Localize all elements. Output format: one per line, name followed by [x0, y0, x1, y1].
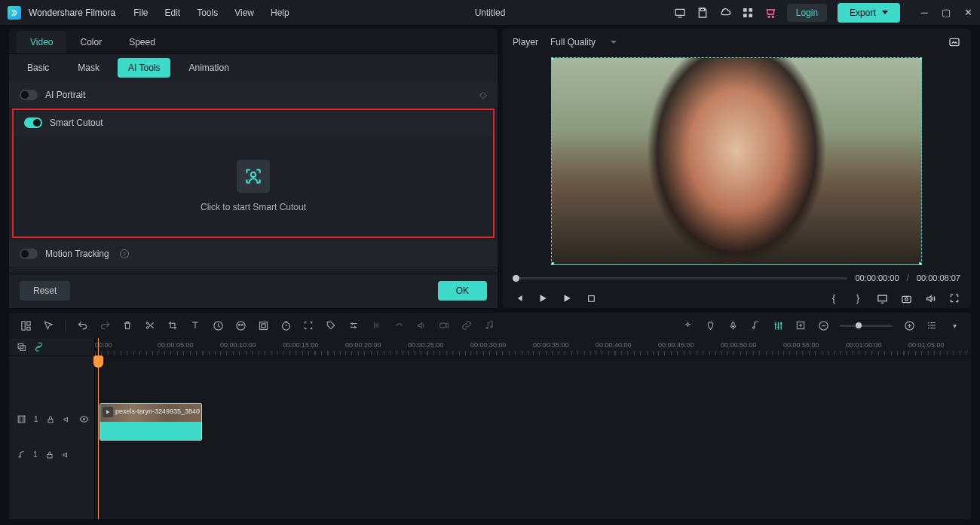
play-icon[interactable] — [537, 292, 549, 304]
device-icon[interactable] — [674, 7, 686, 19]
mixer-icon[interactable] — [772, 319, 784, 331]
preview-viewport[interactable] — [551, 57, 922, 265]
svg-rect-29 — [731, 322, 733, 326]
cursor-icon[interactable] — [42, 319, 54, 331]
lock-icon[interactable] — [46, 415, 55, 424]
resize-handle-br[interactable] — [919, 262, 922, 265]
playhead[interactable] — [98, 338, 99, 519]
menu-file[interactable]: File — [133, 8, 148, 18]
reset-button[interactable]: Reset — [20, 281, 70, 301]
music-icon[interactable] — [749, 319, 761, 331]
timeline-toolbar: ▾ — [9, 313, 971, 338]
snapshot-icon[interactable] — [948, 36, 960, 48]
tab-speed[interactable]: Speed — [115, 31, 169, 53]
keyframe-icon[interactable] — [302, 319, 314, 331]
scrub-handle[interactable] — [513, 275, 519, 282]
frame-icon[interactable] — [795, 319, 807, 331]
voice-icon[interactable] — [415, 319, 427, 331]
tab-color[interactable]: Color — [66, 31, 115, 53]
cart-icon[interactable] — [764, 7, 776, 19]
menu-tools[interactable]: Tools — [197, 8, 218, 18]
mute-icon[interactable] — [63, 415, 72, 424]
timeline-track-headers: 1 1 — [9, 338, 95, 519]
link-icon[interactable] — [461, 319, 473, 331]
ai-portrait-section[interactable]: AI Portrait ◇ — [9, 81, 498, 108]
window-close[interactable]: ✕ — [964, 7, 972, 18]
scrub-bar[interactable] — [513, 277, 847, 279]
menu-more-icon[interactable]: ▾ — [948, 319, 960, 331]
timeline-clip[interactable]: pexels-taryn-3249935_3840 — [100, 403, 202, 441]
ai-portrait-toggle[interactable] — [20, 90, 38, 100]
ai-sparkle-icon[interactable] — [681, 319, 694, 331]
motion-tracking-toggle[interactable] — [20, 249, 38, 259]
menu-help[interactable]: Help — [271, 8, 289, 18]
stop-icon[interactable] — [585, 292, 597, 304]
resize-handle-tl[interactable] — [551, 57, 554, 60]
record-icon[interactable] — [438, 319, 450, 331]
subtab-animation[interactable]: Animation — [178, 58, 239, 78]
zoom-slider[interactable] — [840, 325, 893, 327]
audio-ducking-icon[interactable] — [393, 319, 405, 331]
tag-icon[interactable] — [325, 319, 337, 331]
subtab-ai-tools[interactable]: AI Tools — [118, 58, 170, 78]
copy-icon[interactable] — [17, 342, 26, 352]
screen-icon[interactable] — [876, 292, 888, 304]
save-icon[interactable] — [697, 7, 709, 19]
timer-icon[interactable] — [280, 319, 292, 331]
green-screen-icon[interactable] — [257, 319, 269, 331]
adjust-icon[interactable] — [348, 319, 360, 331]
eye-icon[interactable] — [79, 414, 89, 424]
window-maximize[interactable]: ▢ — [942, 7, 951, 18]
ok-button[interactable]: OK — [438, 281, 487, 301]
window-minimize[interactable]: ─ — [921, 7, 928, 18]
layout-icon[interactable] — [20, 319, 32, 331]
delete-icon[interactable] — [121, 319, 133, 331]
timeline-ruler[interactable]: 00:00 00:00:05:00 00:00:10:00 00:00:15:0… — [95, 338, 971, 356]
crop-icon[interactable] — [167, 319, 179, 331]
speed-icon[interactable] — [212, 319, 224, 331]
color-icon[interactable] — [234, 319, 247, 331]
zoom-in-icon[interactable] — [903, 319, 915, 331]
zoom-out-icon[interactable] — [817, 319, 829, 331]
lock-icon[interactable] — [45, 450, 54, 459]
menu-view[interactable]: View — [234, 8, 254, 18]
prev-frame-icon[interactable] — [513, 292, 525, 304]
subtab-mask[interactable]: Mask — [67, 58, 110, 78]
mute-icon[interactable] — [62, 450, 71, 459]
svg-rect-39 — [930, 325, 935, 325]
resize-handle-tr[interactable] — [919, 57, 922, 60]
login-button[interactable]: Login — [787, 4, 827, 22]
subtab-basic[interactable]: Basic — [17, 58, 60, 78]
smart-cutout-start[interactable]: Click to start Smart Cutout — [14, 136, 493, 237]
list-icon[interactable] — [926, 319, 938, 331]
redo-icon[interactable] — [99, 319, 111, 331]
fullscreen-icon[interactable] — [948, 292, 960, 304]
resize-handle-bl[interactable] — [551, 262, 554, 265]
smart-cutout-section[interactable]: Smart Cutout — [14, 110, 493, 136]
quality-selector[interactable]: Full Quality — [550, 37, 617, 47]
timeline: 1 1 00:00 00:00:05:00 00:00:10:00 00:00:… — [9, 338, 971, 519]
help-icon[interactable]: ? — [120, 249, 129, 258]
next-frame-icon[interactable] — [561, 292, 573, 304]
split-icon[interactable] — [144, 319, 156, 331]
apps-icon[interactable] — [742, 7, 754, 19]
ruler-tick: 00:00:40:00 — [596, 338, 658, 356]
export-button[interactable]: Export — [838, 3, 900, 23]
mark-out-icon[interactable]: } — [852, 292, 864, 304]
cloud-icon[interactable] — [719, 7, 731, 19]
audio-detach-icon[interactable] — [370, 319, 382, 331]
smart-cutout-toggle[interactable] — [24, 118, 42, 128]
tab-video[interactable]: Video — [17, 31, 66, 53]
menu-edit[interactable]: Edit — [165, 8, 181, 18]
motion-tracking-section[interactable]: Motion Tracking ? — [9, 241, 498, 267]
camera-icon[interactable] — [900, 292, 912, 304]
mic-icon[interactable] — [727, 319, 739, 331]
text-icon[interactable] — [189, 319, 201, 331]
music-note-icon[interactable] — [483, 319, 495, 331]
volume-icon[interactable] — [924, 292, 936, 304]
marker-icon[interactable] — [704, 319, 716, 331]
chain-icon[interactable] — [34, 342, 44, 352]
mark-in-icon[interactable]: { — [828, 292, 840, 304]
svg-rect-26 — [440, 323, 446, 328]
undo-icon[interactable] — [76, 319, 88, 331]
